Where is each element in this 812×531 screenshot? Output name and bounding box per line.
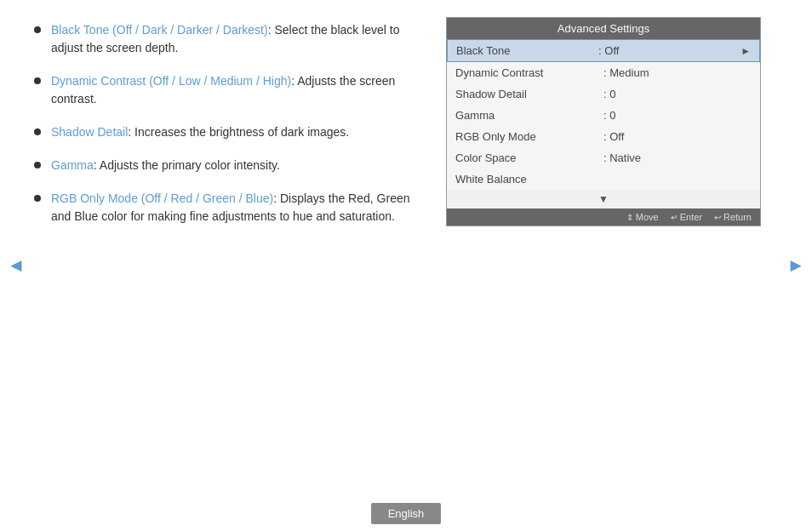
- bullet-text: Dynamic Contrast (Off / Low / Medium / H…: [51, 72, 420, 108]
- settings-row-value: : Off: [598, 44, 741, 57]
- settings-row-label: Shadow Detail: [455, 88, 603, 100]
- list-item: RGB Only Mode (Off / Red / Green / Blue)…: [34, 190, 420, 226]
- settings-row: White Balance: [447, 168, 760, 190]
- bullet-list: Black Tone (Off / Dark / Darker / Darkes…: [34, 17, 420, 241]
- footer-item: ⇕Move: [626, 212, 659, 222]
- bullet-dot-icon: [34, 195, 41, 202]
- settings-scroll-down-icon: ▼: [447, 190, 760, 208]
- bullet-link-black-tone[interactable]: Black Tone (Off / Dark / Darker / Darkes…: [51, 23, 268, 37]
- bullet-text: Shadow Detail: Increases the brightness …: [51, 123, 420, 141]
- footer-icon: ↩: [714, 213, 721, 222]
- settings-row-value: : 0: [603, 88, 752, 100]
- settings-row-value: : Medium: [603, 66, 752, 79]
- list-item: Gamma: Adjusts the primary color intensi…: [34, 157, 420, 174]
- bullet-dot-icon: [34, 26, 41, 33]
- settings-row: Dynamic Contrast: Medium: [447, 62, 760, 83]
- settings-row-value: : 0: [603, 109, 752, 122]
- list-item: Dynamic Contrast (Off / Low / Medium / H…: [34, 72, 420, 108]
- bullet-dot-icon: [34, 162, 41, 168]
- bullet-description-gamma: : Adjusts the primary color intensity.: [94, 158, 280, 172]
- bullet-description-shadow-detail: : Increases the brightness of dark image…: [128, 125, 349, 139]
- bullet-text: Black Tone (Off / Dark / Darker / Darkes…: [51, 21, 420, 57]
- settings-row-value: : Off: [603, 130, 752, 143]
- bullet-text: Gamma: Adjusts the primary color intensi…: [51, 157, 420, 174]
- settings-row: Shadow Detail: 0: [447, 83, 760, 105]
- settings-panel-title: Advanced Settings: [447, 18, 760, 39]
- settings-row-value: : Native: [603, 151, 752, 164]
- settings-panel: Advanced Settings Black Tone: Off►Dynami…: [446, 17, 761, 241]
- footer-icon: ↵: [671, 213, 678, 222]
- bullet-link-rgb-only-mode[interactable]: RGB Only Mode (Off / Red / Green / Blue): [51, 191, 273, 205]
- settings-row-label: Black Tone: [456, 44, 598, 57]
- settings-row: Color Space: Native: [447, 147, 760, 168]
- language-button[interactable]: English: [371, 503, 442, 524]
- settings-row-label: RGB Only Mode: [455, 130, 603, 143]
- bullet-link-shadow-detail[interactable]: Shadow Detail: [51, 125, 128, 139]
- settings-row-label: Color Space: [455, 151, 603, 164]
- footer-label: Move: [636, 212, 659, 222]
- footer-item: ↩Return: [714, 212, 752, 222]
- settings-row: RGB Only Mode: Off: [447, 126, 760, 147]
- footer-item: ↵Enter: [671, 212, 702, 222]
- settings-row-label: Dynamic Contrast: [455, 66, 603, 79]
- settings-row-label: Gamma: [455, 109, 603, 122]
- bullet-link-gamma[interactable]: Gamma: [51, 158, 94, 172]
- bullet-dot-icon: [34, 128, 41, 135]
- bullet-text: RGB Only Mode (Off / Red / Green / Blue)…: [51, 190, 420, 226]
- footer-icon: ⇕: [626, 213, 633, 222]
- list-item: Black Tone (Off / Dark / Darker / Darkes…: [34, 21, 420, 57]
- settings-row-label: White Balance: [455, 173, 603, 186]
- settings-row[interactable]: Black Tone: Off►: [447, 39, 760, 62]
- list-item: Shadow Detail: Increases the brightness …: [34, 123, 420, 141]
- settings-row-arrow-icon: ►: [741, 45, 751, 57]
- bullet-dot-icon: [34, 77, 41, 84]
- bottom-bar: English: [0, 496, 812, 531]
- bullet-link-dynamic-contrast[interactable]: Dynamic Contrast (Off / Low / Medium / H…: [51, 74, 291, 88]
- settings-row: Gamma: 0: [447, 105, 760, 126]
- footer-label: Return: [723, 212, 752, 222]
- footer-label: Enter: [680, 212, 702, 222]
